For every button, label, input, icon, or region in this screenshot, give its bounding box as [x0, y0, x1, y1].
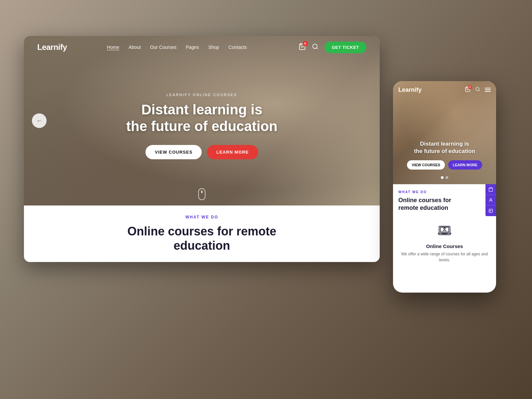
mobile-dot-2[interactable]: [446, 176, 448, 179]
search-button[interactable]: [312, 43, 319, 52]
mobile-logo: Learnify: [398, 86, 422, 93]
mobile-menu-button[interactable]: [485, 88, 491, 92]
side-layout-icon: [488, 208, 493, 213]
mobile-learn-more-button[interactable]: LEARN MORE: [448, 160, 482, 170]
section-title-line1: Online courses for remote: [127, 224, 276, 238]
mobile-mockup: Learnify 0: [393, 81, 496, 293]
mobile-side-icons: [485, 184, 496, 216]
mobile-side-layout[interactable]: [485, 205, 496, 216]
feature-icon-wrapper: [435, 221, 454, 240]
desktop-nav: Learnify Home About Our Courses Pages Sh…: [24, 36, 380, 59]
hamburger-line: [485, 88, 491, 88]
mobile-side-person[interactable]: [485, 195, 496, 205]
mobile-cart-badge: 0: [468, 85, 472, 89]
desktop-nav-actions: 0 GET TICKET: [299, 42, 366, 53]
mobile-hero: Learnify 0: [393, 81, 496, 184]
mobile-hero-dots: [441, 176, 448, 179]
mobile-side-cart[interactable]: [485, 184, 496, 195]
nav-link-home[interactable]: Home: [107, 45, 119, 50]
view-courses-button[interactable]: VIEW COURSES: [146, 145, 202, 159]
side-cart-icon: [488, 187, 493, 192]
desktop-logo: Learnify: [37, 43, 67, 52]
mobile-view-courses-button[interactable]: VIEW COURSES: [407, 160, 445, 170]
mobile-hero-title: Distant learning is the future of educat…: [398, 140, 491, 155]
hero-title-line2: the future of education: [126, 118, 278, 134]
mobile-hero-content: Distant learning is the future of educat…: [398, 140, 491, 170]
section-title-line2: education: [174, 239, 230, 252]
mobile-feature-item: Online Courses We offer a wide range of …: [398, 218, 491, 266]
side-person-icon: [488, 198, 493, 202]
mobile-dot-1[interactable]: [441, 176, 444, 179]
hamburger-line: [485, 89, 491, 90]
learn-more-button[interactable]: LEARN MORE: [207, 145, 258, 159]
search-icon: [312, 43, 319, 50]
desktop-hero-content: LEARNIFY ONLINE COURSES Distant learning…: [126, 93, 278, 159]
mobile-nav-icons: 0: [465, 86, 491, 93]
mobile-nav: Learnify 0: [393, 81, 496, 98]
mobile-bottom-section: WHAT WE DO Online courses for remote edu…: [393, 184, 496, 272]
svg-point-1: [313, 44, 317, 48]
get-ticket-button[interactable]: GET TICKET: [325, 42, 366, 53]
hamburger-line: [485, 91, 491, 92]
desktop-mockup: Learnify Home About Our Courses Pages Sh…: [24, 36, 380, 262]
hero-title: Distant learning is the future of educat…: [126, 101, 278, 135]
nav-link-contacts[interactable]: Contacts: [228, 45, 247, 50]
scroll-indicator: [198, 188, 205, 200]
hero-buttons: VIEW COURSES LEARN MORE: [126, 145, 278, 159]
desktop-section-title: Online courses for remote education: [127, 224, 276, 253]
nav-link-courses[interactable]: Our Courses: [150, 45, 176, 50]
nav-link-about[interactable]: About: [129, 45, 141, 50]
feature-title: Online Courses: [426, 243, 463, 249]
mobile-hero-buttons: VIEW COURSES LEARN MORE: [398, 160, 491, 170]
mobile-cart-button[interactable]: 0: [465, 86, 470, 93]
mobile-what-we-do-label: WHAT WE DO: [398, 190, 491, 194]
prev-arrow-button[interactable]: ←: [32, 113, 47, 128]
cart-button[interactable]: 0: [299, 43, 306, 52]
hero-subtitle: LEARNIFY ONLINE COURSES: [126, 93, 278, 97]
desktop-nav-links: Home About Our Courses Pages Shop Contac…: [107, 45, 247, 50]
nav-link-pages[interactable]: Pages: [186, 45, 199, 50]
cart-badge: 0: [303, 41, 308, 46]
mobile-search-icon: [475, 87, 480, 92]
online-courses-icon: [437, 223, 453, 239]
svg-rect-10: [489, 209, 493, 213]
mobile-section-title: Online courses for remote education: [398, 197, 491, 212]
mobile-search-button[interactable]: [475, 87, 480, 93]
hero-title-line1: Distant learning is: [141, 102, 262, 117]
svg-point-9: [490, 199, 492, 200]
feature-desc: We offer a wide range of courses for all…: [398, 251, 491, 263]
desktop-bottom-section: WHAT WE DO Online courses for remote edu…: [24, 205, 380, 262]
svg-point-3: [476, 87, 479, 91]
scroll-dot: [201, 191, 202, 193]
what-we-do-label: WHAT WE DO: [185, 215, 218, 219]
mobile-section-title-line2: remote education: [398, 204, 448, 211]
mobile-title-line2: the future of education: [414, 148, 475, 154]
nav-link-shop[interactable]: Shop: [208, 45, 219, 50]
svg-point-6: [444, 228, 446, 229]
mobile-section-title-line1: Online courses for: [398, 197, 451, 203]
mobile-title-line1: Distant learning is: [420, 141, 469, 147]
desktop-hero: Learnify Home About Our Courses Pages Sh…: [24, 36, 380, 205]
